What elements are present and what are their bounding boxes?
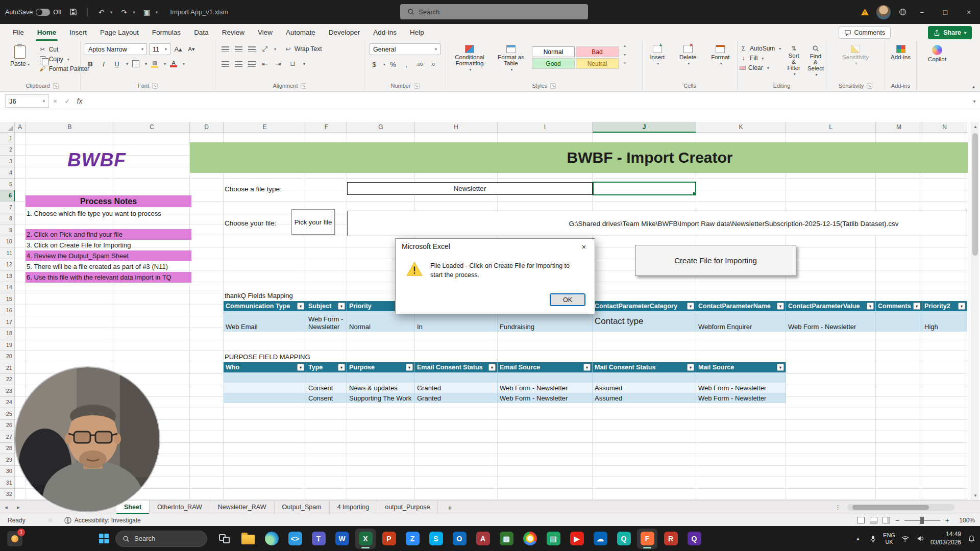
sheet-tab-newsletter_raw[interactable]: Newsletter_RAW xyxy=(210,500,275,514)
taskbar-app-chrome[interactable] xyxy=(520,529,540,549)
column-header-C[interactable]: C xyxy=(114,122,190,133)
map2-cell[interactable] xyxy=(224,393,306,403)
map1-header-Priority2[interactable]: Priority2▾ xyxy=(922,301,967,311)
row-header-32[interactable]: 32 xyxy=(0,489,15,500)
map2-header-Who[interactable]: Who▾ xyxy=(224,362,306,372)
align-left-button[interactable] xyxy=(219,58,231,69)
share-button[interactable]: Share ▾ xyxy=(928,26,972,39)
taskbar-app-vs-code[interactable]: <> xyxy=(285,529,305,549)
taskbar-app-excel[interactable]: X xyxy=(355,529,376,549)
cancel-entry-icon[interactable]: × xyxy=(49,95,61,107)
map2-cell[interactable]: Granted xyxy=(415,383,498,393)
clear-button[interactable]: Clear▾ xyxy=(738,64,783,72)
row-header-10[interactable]: 10 xyxy=(0,236,15,248)
row-header-19[interactable]: 19 xyxy=(0,339,15,351)
column-header-B[interactable]: B xyxy=(26,122,114,133)
taskbar-app-firefox[interactable]: F xyxy=(637,529,657,549)
ribbon-tab-insert[interactable]: Insert xyxy=(63,26,93,39)
thankq-mapping-table[interactable]: Communication Type▾Subject▾Priority▾Cont… xyxy=(224,301,967,332)
map2-cell[interactable] xyxy=(593,372,696,383)
row-header-2[interactable]: 2 xyxy=(0,144,15,156)
minimize-button[interactable]: − xyxy=(911,0,933,24)
column-header-H[interactable]: H xyxy=(415,122,498,133)
column-header-K[interactable]: K xyxy=(696,122,786,133)
dialog-ok-button[interactable]: OK xyxy=(550,293,585,306)
row-header-27[interactable]: 27 xyxy=(0,431,15,443)
map2-cell[interactable]: Consent xyxy=(306,393,347,403)
align-center-button[interactable] xyxy=(233,58,244,69)
filter-dropdown-icon[interactable]: ▾ xyxy=(406,364,413,371)
filter-dropdown-icon[interactable]: ▾ xyxy=(583,364,591,371)
column-header-J[interactable]: J xyxy=(593,122,696,133)
row-header-18[interactable]: 18 xyxy=(0,328,15,340)
increase-indent-button[interactable]: ⇥ xyxy=(273,58,284,69)
map1-header-ContactParameterName[interactable]: ContactParameterName▾ xyxy=(696,301,786,311)
screenshot-tool-icon[interactable]: ▣ xyxy=(140,5,154,19)
column-headers[interactable]: ABCDEFGHIJKLMN xyxy=(15,122,967,133)
redo-button[interactable]: ↷ xyxy=(117,5,131,19)
row-header-26[interactable]: 26 xyxy=(0,420,15,432)
align-middle-button[interactable] xyxy=(233,43,244,55)
number-dialog-launcher[interactable]: ↘ xyxy=(414,83,420,89)
filter-dropdown-icon[interactable]: ▾ xyxy=(777,364,784,371)
map1-header-Subject[interactable]: Subject▾ xyxy=(306,301,347,311)
fill-button[interactable]: ↓Fill▾ xyxy=(738,54,783,62)
ribbon-tab-formulas[interactable]: Formulas xyxy=(145,26,187,39)
column-header-E[interactable]: E xyxy=(224,122,306,133)
comma-style-button[interactable]: , xyxy=(401,59,412,70)
underline-button[interactable]: U xyxy=(111,58,122,69)
column-header-G[interactable]: G xyxy=(347,122,415,133)
start-button[interactable] xyxy=(95,530,112,547)
row-header-12[interactable]: 12 xyxy=(0,259,15,271)
ribbon-tab-add-ins[interactable]: Add-ins xyxy=(366,26,403,39)
number-format-select[interactable]: General▾ xyxy=(370,43,440,55)
map2-cell[interactable]: Web Form - Newsletter xyxy=(498,383,593,393)
expand-formula-bar-chevron[interactable]: ▾ xyxy=(969,98,980,104)
taskbar-search-box[interactable]: Search xyxy=(115,531,207,547)
styles-dialog-launcher[interactable]: ↘ xyxy=(550,83,556,89)
map1-cell[interactable]: Fundraising xyxy=(498,311,593,332)
conditional-formatting-button[interactable]: Conditional Formatting▾ xyxy=(449,43,490,73)
map2-header-Type[interactable]: Type▾ xyxy=(306,362,347,372)
map2-cell[interactable] xyxy=(224,372,306,383)
align-bottom-button[interactable] xyxy=(246,43,257,55)
decrease-decimal-button[interactable]: .0 xyxy=(427,59,438,70)
insert-cells-button[interactable]: Insert▾ xyxy=(647,43,668,67)
map2-cell[interactable]: News & updates xyxy=(347,383,415,393)
taskbar-app-zoom[interactable]: Z xyxy=(402,529,423,549)
zoom-slider[interactable] xyxy=(904,520,940,521)
row-header-24[interactable]: 24 xyxy=(0,397,15,409)
hidden-icons-chevron[interactable]: ▴ xyxy=(853,534,863,543)
row-header-17[interactable]: 17 xyxy=(0,316,15,328)
row-header-30[interactable]: 30 xyxy=(0,466,15,478)
scroll-up-arrow[interactable]: ▲ xyxy=(971,122,979,131)
normal-view-icon[interactable] xyxy=(857,517,865,523)
cell-style-good[interactable]: Good xyxy=(532,58,575,69)
name-box[interactable]: J6▾ xyxy=(5,94,49,108)
taskbar-app-powerpoint[interactable]: P xyxy=(379,529,399,549)
taskbar-app-youtube[interactable]: ▶ xyxy=(567,529,587,549)
map1-cell[interactable]: Web Form - Newsletter xyxy=(306,311,347,332)
language-indicator[interactable]: ENG UK xyxy=(883,532,895,545)
increase-decimal-button[interactable]: .00 xyxy=(414,59,425,70)
selected-cell-J6[interactable] xyxy=(593,182,696,195)
filter-dropdown-icon[interactable]: ▾ xyxy=(687,364,694,371)
map2-header-Mail Consent Status[interactable]: Mail Consent Status▾ xyxy=(593,362,696,372)
borders-button[interactable] xyxy=(130,58,141,69)
filter-dropdown-icon[interactable]: ▾ xyxy=(867,303,874,310)
sheet-tab-output_spam[interactable]: Output_Spam xyxy=(275,500,330,514)
network-globe-icon[interactable] xyxy=(895,5,910,19)
row-header-3[interactable]: 3 xyxy=(0,156,15,167)
copilot-button[interactable]: Copilot xyxy=(925,43,949,64)
autosum-button[interactable]: ΣAutoSum▾ xyxy=(738,44,783,53)
sheet-tab-4-importing[interactable]: 4 Importing xyxy=(330,500,378,514)
map1-cell[interactable] xyxy=(876,311,922,332)
map1-header-ContactParameterValue[interactable]: ContactParameterValue▾ xyxy=(786,301,876,311)
new-sheet-button[interactable]: + xyxy=(443,502,456,513)
taskbar-app-outlook[interactable]: O xyxy=(449,529,470,549)
row-header-20[interactable]: 20 xyxy=(0,351,15,363)
titlebar-search-box[interactable]: Search xyxy=(400,4,588,19)
page-layout-view-icon[interactable] xyxy=(870,517,877,523)
ribbon-tab-home[interactable]: Home xyxy=(31,26,63,39)
taskbar-app-access[interactable]: A xyxy=(473,529,493,549)
